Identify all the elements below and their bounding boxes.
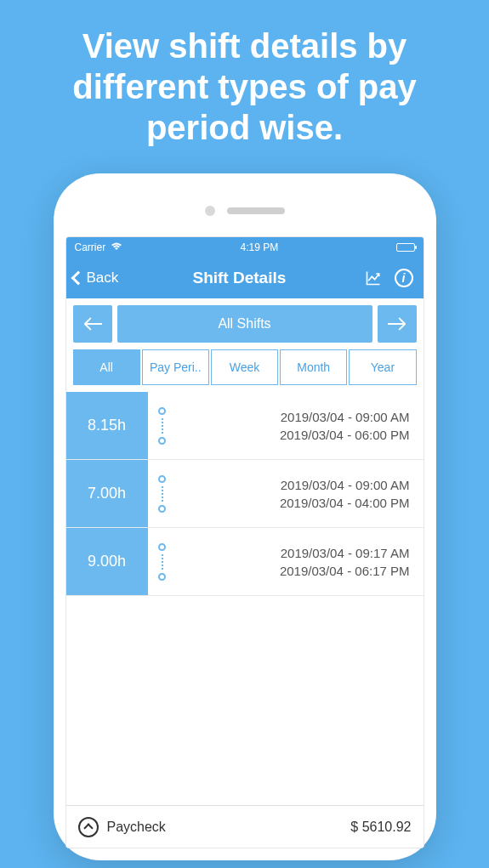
promo-headline: View shift details by different types of… [0, 0, 489, 165]
page-title: Shift Details [123, 269, 355, 287]
tab-all[interactable]: All [73, 349, 140, 385]
phone-top [65, 185, 424, 236]
filter-label[interactable]: All Shifts [117, 305, 372, 343]
expand-up-icon [78, 817, 99, 837]
footer-amount: $ 5610.92 [350, 820, 411, 835]
shift-row[interactable]: 7.00h 2019/03/04 - 09:00 AM 2019/03/04 -… [66, 460, 424, 528]
shift-end: 2019/03/04 - 04:00 PM [280, 496, 410, 510]
shift-hours: 9.00h [66, 528, 148, 595]
nav-bar: Back Shift Details i [66, 258, 424, 298]
shift-times: 2019/03/04 - 09:00 AM 2019/03/04 - 06:00… [177, 392, 424, 459]
shift-hours: 8.15h [66, 392, 148, 459]
battery-icon [396, 243, 415, 252]
chevron-left-icon [71, 271, 85, 286]
camera-icon [205, 206, 215, 216]
timeline-icon [148, 528, 177, 595]
tabs: All Pay Peri.. Week Month Year [66, 349, 424, 392]
shift-end: 2019/03/04 - 06:17 PM [280, 564, 410, 578]
shift-list: 8.15h 2019/03/04 - 09:00 AM 2019/03/04 -… [66, 392, 424, 805]
shift-times: 2019/03/04 - 09:17 AM 2019/03/04 - 06:17… [177, 528, 424, 595]
shift-row[interactable]: 9.00h 2019/03/04 - 09:17 AM 2019/03/04 -… [66, 528, 424, 596]
tab-week[interactable]: Week [211, 349, 278, 385]
arrow-left-icon [83, 317, 102, 331]
status-time: 4:19 PM [240, 241, 278, 253]
shift-row[interactable]: 8.15h 2019/03/04 - 09:00 AM 2019/03/04 -… [66, 392, 424, 460]
tab-year[interactable]: Year [349, 349, 416, 385]
shift-end: 2019/03/04 - 06:00 PM [280, 428, 410, 442]
carrier-label: Carrier [75, 241, 106, 253]
tab-pay-period[interactable]: Pay Peri.. [142, 349, 209, 385]
tab-month[interactable]: Month [280, 349, 347, 385]
footer-bar[interactable]: Paycheck $ 5610.92 [66, 805, 424, 848]
info-button[interactable]: i [391, 265, 417, 291]
timeline-icon [148, 460, 177, 527]
back-button[interactable]: Back [73, 269, 119, 286]
chart-button[interactable] [361, 265, 386, 291]
footer-label: Paycheck [107, 820, 343, 835]
next-button[interactable] [378, 305, 417, 343]
arrow-right-icon [388, 317, 407, 331]
screen: Carrier 4:19 PM Back Shift Details i [65, 236, 424, 848]
shift-start: 2019/03/04 - 09:17 AM [281, 546, 410, 560]
phone-frame: Carrier 4:19 PM Back Shift Details i [54, 173, 436, 860]
shift-times: 2019/03/04 - 09:00 AM 2019/03/04 - 04:00… [177, 460, 424, 527]
prev-button[interactable] [73, 305, 112, 343]
shift-start: 2019/03/04 - 09:00 AM [281, 410, 410, 424]
timeline-icon [148, 392, 177, 459]
speaker-icon [227, 207, 285, 214]
filter-row: All Shifts [66, 298, 424, 349]
wifi-icon [111, 241, 122, 253]
info-icon: i [395, 269, 413, 287]
status-bar: Carrier 4:19 PM [66, 237, 424, 258]
shift-hours: 7.00h [66, 460, 148, 527]
back-label: Back [87, 269, 119, 286]
shift-start: 2019/03/04 - 09:00 AM [281, 478, 410, 492]
chart-icon [365, 269, 382, 286]
